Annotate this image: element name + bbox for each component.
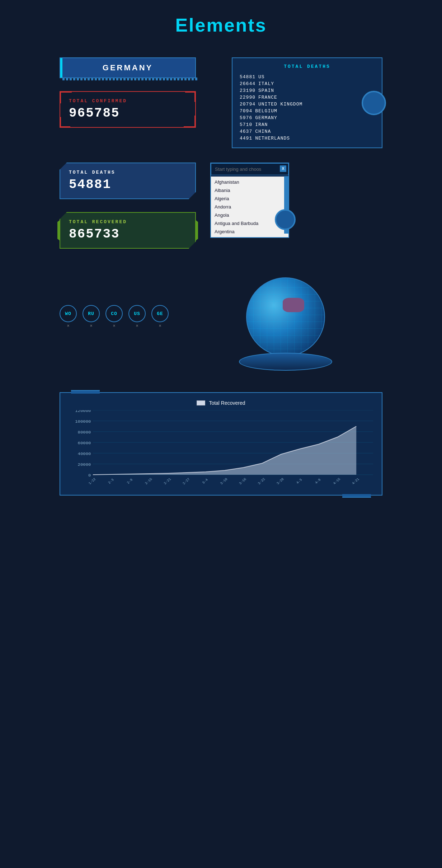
globe-grid [247,278,324,356]
deaths-table-row: 4637CHINA [240,128,375,135]
chart-area: 120000 100000 80000 60000 40000 20000 0 … [69,410,373,489]
filter-pill-ru[interactable]: RU × [83,305,100,329]
pill-circle-ge[interactable]: GE [151,305,169,322]
filter-pill-wo[interactable]: WO × [60,305,77,329]
confirmed-box: TOTAL CONFIRMED 965785 [60,91,196,128]
dropdown-item[interactable]: Antigua and Barbuda [211,219,288,227]
recovered-stat-box: TOTAL RECOVERED 865733 [60,212,196,249]
filter-pills-row: WO × RU × CO × US × GE × [60,305,196,329]
recovered-stat-label: TOTAL RECOVERED [69,219,187,225]
dropdown-item[interactable]: Afghanistan [211,178,288,186]
germany-label: GERMANY [103,63,153,72]
svg-text:3-16: 3-16 [238,477,247,485]
globe-continent-europe [283,298,304,312]
dropdown-close-button[interactable]: X [280,165,286,172]
svg-text:3-28: 3-28 [276,477,285,485]
dropdown-search-input[interactable] [211,163,288,175]
deaths-table-row: 4491NETHERLANDS [240,135,375,142]
dropdown-list: AfghanistanAlbaniaAlgeriaAndorraAngolaAn… [211,177,288,237]
deaths-table-row: 22990FRANCE [240,94,375,101]
pill-remove-ru[interactable]: × [90,324,92,329]
svg-text:60000: 60000 [78,441,91,445]
pill-circle-co[interactable]: CO [105,305,123,322]
deaths-panel: TOTAL DEATHS 54881US26644ITALY23190SPAIN… [232,57,382,148]
filter-pill-ge[interactable]: GE × [151,305,169,329]
svg-text:2-27: 2-27 [182,477,191,485]
deaths-table-row: 5710IRAN [240,121,375,128]
dropdown-item[interactable]: Algeria [211,194,288,203]
svg-text:4-9: 4-9 [314,478,322,485]
pill-remove-wo[interactable]: × [67,324,69,329]
deaths-stat-box: TOTAL DEATHS 54881 [60,163,196,199]
deaths-table-row: 20794UNITED KINGDOM [240,101,375,108]
globe-sphere [246,277,325,356]
svg-text:3-4: 3-4 [201,478,209,485]
confirmed-label: TOTAL CONFIRMED [69,98,187,104]
svg-text:2-15: 2-15 [144,477,153,485]
pill-circle-us[interactable]: US [128,305,146,322]
svg-text:4-3: 4-3 [295,478,303,485]
svg-text:100000: 100000 [75,419,91,424]
svg-marker-14 [93,426,356,475]
deaths-table: 54881US26644ITALY23190SPAIN22990FRANCE20… [240,74,375,142]
dropdown-scrollbar[interactable] [284,176,288,234]
svg-text:120000: 120000 [75,410,91,413]
svg-text:20000: 20000 [78,463,91,467]
svg-text:3-10: 3-10 [220,477,229,485]
recovered-stat-value: 865733 [69,227,187,241]
svg-text:4-15: 4-15 [332,477,341,485]
pill-remove-ge[interactable]: × [159,324,161,329]
chart-legend-box [197,400,205,405]
deaths-table-row: 5976GERMANY [240,114,375,121]
deaths-panel-title: TOTAL DEATHS [240,64,375,69]
svg-text:40000: 40000 [78,452,91,456]
page-title: Elements [175,14,267,36]
globe-base [239,353,332,371]
deaths-stat-value: 54881 [69,177,187,192]
country-dropdown-panel[interactable]: X AfghanistanAlbaniaAlgeriaAndorraAngola… [210,163,289,238]
svg-text:2-21: 2-21 [163,477,172,485]
chart-panel: Total Recovered 120000 100000 80000 6 [60,392,382,496]
svg-text:2-9: 2-9 [126,478,133,485]
dropdown-item[interactable]: Andorra [211,203,288,211]
chart-svg: 120000 100000 80000 60000 40000 20000 0 … [69,410,373,489]
dropdown-item[interactable]: Angola [211,211,288,219]
globe-container [232,263,339,371]
svg-text:80000: 80000 [78,430,91,435]
svg-text:1-22: 1-22 [88,477,97,485]
germany-box: GERMANY [60,57,196,78]
deaths-table-row: 23190SPAIN [240,87,375,94]
filter-pill-co[interactable]: CO × [105,305,123,329]
pill-remove-us[interactable]: × [136,324,138,329]
deaths-table-row: 54881US [240,74,375,80]
pill-circle-ru[interactable]: RU [83,305,100,322]
pill-remove-co[interactable]: × [113,324,115,329]
dropdown-item[interactable]: Albania [211,186,288,194]
svg-text:2-3: 2-3 [107,478,115,485]
confirmed-value: 965785 [69,106,187,121]
svg-text:4-21: 4-21 [351,477,360,485]
svg-text:0: 0 [88,473,91,478]
deaths-table-row: 7094BELGIUM [240,108,375,114]
dropdown-item[interactable]: Argentina [211,227,288,236]
chart-title: Total Recovered [209,400,245,406]
svg-text:3-22: 3-22 [257,477,266,485]
deaths-stat-label: TOTAL DEATHS [69,170,187,175]
deaths-table-row: 26644ITALY [240,80,375,87]
pill-circle-wo[interactable]: WO [60,305,77,322]
filter-pill-us[interactable]: US × [128,305,146,329]
